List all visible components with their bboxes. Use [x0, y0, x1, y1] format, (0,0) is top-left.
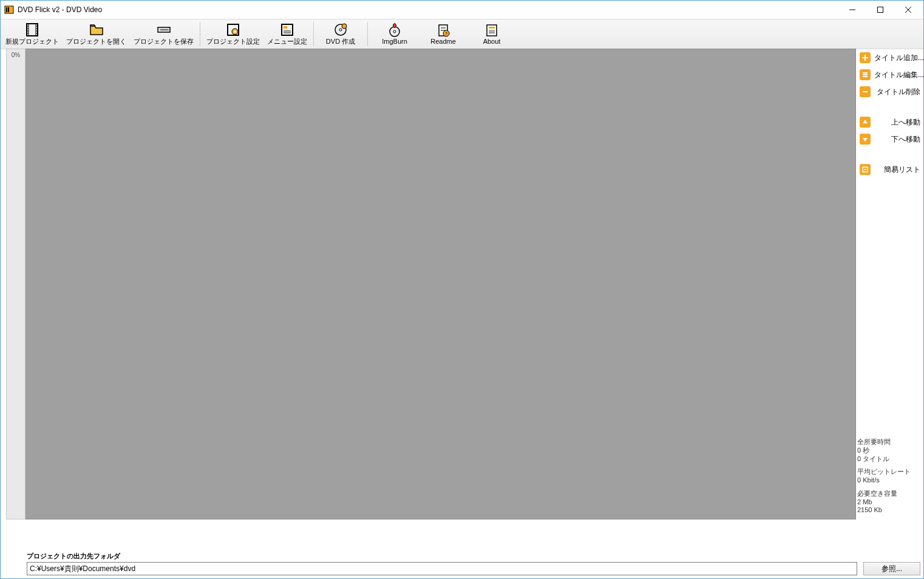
svg-text:?: ? — [445, 32, 447, 36]
save-project-label: プロジェクトを保存 — [134, 37, 194, 46]
work-area: 0% — [6, 49, 856, 519]
list-icon — [860, 164, 871, 175]
duration-label: 全所要時間 — [857, 438, 920, 447]
readme-button[interactable]: ? Readme — [419, 19, 467, 49]
minimize-button[interactable] — [838, 1, 866, 19]
new-project-button[interactable]: 新規プロジェクト — [2, 19, 63, 49]
title-list-canvas[interactable] — [25, 49, 856, 519]
project-settings-button[interactable]: プロジェクト設定 — [203, 19, 263, 49]
svg-rect-44 — [863, 74, 868, 75]
menu-settings-button[interactable]: メニュー設定 — [263, 19, 311, 49]
move-up-button[interactable]: 上へ移動 — [858, 115, 922, 129]
minus-icon — [860, 86, 871, 97]
output-bar: プロジェクトの出力先フォルダ 参照... — [27, 552, 920, 575]
about-icon — [484, 23, 499, 38]
space-mb: 2 Mb — [857, 498, 920, 507]
space-kb: 2150 Kb — [857, 506, 920, 515]
toolbar-separator — [313, 22, 314, 46]
delete-title-label: タイトル削除 — [874, 87, 920, 97]
svg-point-49 — [865, 169, 866, 171]
stats-panel: 全所要時間 0 秒 0 タイトル 平均ビットレート 0 Kbit/s 必要空き容… — [857, 438, 920, 519]
create-dvd-label: DVD 作成 — [326, 37, 355, 46]
toolbar-separator — [200, 22, 200, 46]
duration-value: 0 秒 — [857, 447, 920, 455]
title-bar: DVD Flick v2 - DVD Video — [1, 1, 923, 19]
window-title: DVD Flick v2 - DVD Video — [18, 5, 838, 14]
svg-rect-1 — [6, 7, 7, 12]
new-project-label: 新規プロジェクト — [5, 37, 59, 46]
svg-rect-2 — [8, 7, 9, 12]
arrow-down-icon — [860, 134, 871, 145]
svg-rect-46 — [863, 76, 868, 77]
edit-icon — [860, 69, 871, 80]
title-count: 0 タイトル — [857, 455, 920, 464]
folder-open-icon — [89, 22, 104, 37]
svg-rect-25 — [284, 26, 287, 29]
disc-gear-icon — [333, 22, 348, 37]
create-dvd-button[interactable]: DVD 作成 — [316, 19, 365, 49]
edit-title-label: タイトル編集... — [874, 70, 924, 80]
space-label: 必要空き容量 — [857, 490, 920, 498]
toolbar-separator — [367, 22, 368, 46]
browse-button[interactable]: 参照... — [863, 562, 920, 575]
bitrate-label: 平均ビットレート — [857, 468, 920, 476]
output-folder-label: プロジェクトの出力先フォルダ — [27, 552, 920, 561]
imgburn-button[interactable]: ImgBurn — [370, 19, 419, 49]
svg-rect-45 — [863, 72, 868, 74]
output-path-input[interactable] — [27, 562, 857, 575]
open-project-label: プロジェクトを開く — [66, 37, 126, 46]
add-title-button[interactable]: タイトル追加... — [858, 51, 922, 64]
svg-rect-19 — [160, 29, 168, 30]
main-toolbar: 新規プロジェクト プロジェクトを開く プロジェクトを保存 プロジェクト設定 メニ… — [1, 19, 923, 49]
svg-point-29 — [339, 29, 342, 31]
arrow-up-icon — [860, 117, 871, 128]
plus-icon — [860, 52, 871, 63]
progress-percent: 0% — [12, 52, 20, 58]
svg-point-30 — [342, 24, 347, 29]
browse-label: 参照... — [882, 564, 902, 574]
project-settings-label: プロジェクト設定 — [206, 37, 260, 46]
move-down-button[interactable]: 下へ移動 — [858, 132, 922, 146]
menu-settings-label: メニュー設定 — [267, 37, 307, 46]
imgburn-label: ImgBurn — [382, 38, 407, 45]
project-settings-icon — [226, 22, 240, 37]
add-title-label: タイトル追加... — [874, 53, 924, 63]
app-icon — [4, 5, 14, 15]
svg-rect-39 — [489, 27, 495, 29]
simple-list-button[interactable]: 簡易リスト — [858, 163, 922, 176]
drive-icon — [157, 22, 171, 37]
svg-rect-38 — [487, 25, 497, 36]
imgburn-icon — [387, 23, 402, 38]
readme-icon: ? — [436, 23, 450, 38]
save-project-button[interactable]: プロジェクトを保存 — [130, 19, 197, 49]
svg-point-32 — [393, 30, 396, 33]
close-button[interactable] — [894, 1, 922, 19]
move-up-label: 上へ移動 — [874, 117, 920, 128]
svg-point-20 — [168, 29, 169, 30]
svg-point-23 — [234, 30, 236, 33]
simple-list-label: 簡易リスト — [874, 165, 920, 175]
filmstrip-icon — [25, 22, 39, 37]
delete-title-button[interactable]: タイトル削除 — [858, 85, 922, 98]
sidebar: タイトル追加... タイトル編集... タイトル削除 上へ移動 下へ移動 簡易リ… — [858, 49, 922, 190]
open-project-button[interactable]: プロジェクトを開く — [63, 19, 130, 49]
progress-bar: 0% — [6, 49, 25, 519]
move-down-label: 下へ移動 — [874, 134, 920, 145]
about-button[interactable]: About — [467, 19, 516, 49]
edit-title-button[interactable]: タイトル編集... — [858, 68, 922, 81]
svg-rect-4 — [878, 7, 883, 13]
maximize-button[interactable] — [866, 1, 894, 19]
svg-rect-24 — [282, 24, 293, 35]
readme-label: Readme — [430, 38, 456, 45]
about-label: About — [483, 38, 501, 45]
menu-settings-icon — [280, 22, 294, 37]
bitrate-value: 0 Kbit/s — [857, 476, 920, 485]
